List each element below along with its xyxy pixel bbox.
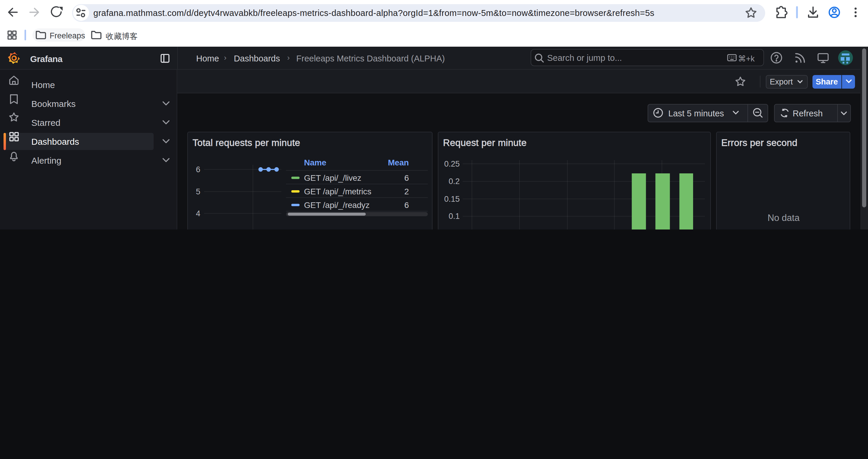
- svg-text:0.2: 0.2: [448, 177, 460, 186]
- svg-text:4: 4: [196, 209, 200, 218]
- svg-text:0.05: 0.05: [444, 229, 460, 230]
- svg-text:6: 6: [196, 165, 200, 174]
- svg-text:5: 5: [196, 187, 200, 196]
- svg-text:0.15: 0.15: [444, 195, 460, 203]
- svg-text:0.25: 0.25: [444, 160, 460, 168]
- svg-text:0.1: 0.1: [448, 212, 460, 221]
